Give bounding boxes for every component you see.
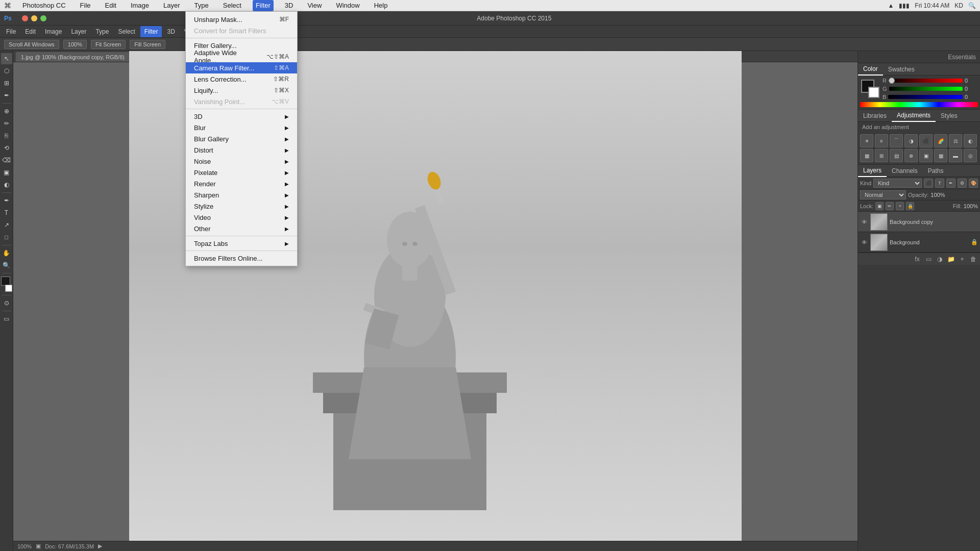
adjust-exposure[interactable]: ◑ bbox=[904, 134, 918, 147]
tab-styles[interactable]: Styles bbox=[936, 110, 963, 122]
tab-channels[interactable]: Channels bbox=[887, 165, 923, 177]
zoom-100-btn[interactable]: 100% bbox=[63, 40, 87, 49]
mac-menu-type[interactable]: Type bbox=[191, 0, 212, 11]
menu-topaz-labs[interactable]: Topaz Labs ▶ bbox=[186, 238, 297, 249]
tab-layers[interactable]: Layers bbox=[858, 165, 887, 177]
ps-menu-file[interactable]: File bbox=[2, 26, 20, 37]
tool-healing[interactable]: ⊕ bbox=[1, 106, 12, 117]
layer-visibility-bg-copy[interactable]: 👁 bbox=[860, 218, 868, 226]
canvas-more-arrow[interactable]: ▶ bbox=[98, 543, 102, 549]
new-fill-layer-button[interactable]: ◑ bbox=[935, 255, 944, 264]
adjust-color-balance[interactable]: ⚖ bbox=[949, 134, 962, 147]
tool-history[interactable]: ⟲ bbox=[1, 142, 12, 154]
menu-lens-correction[interactable]: Lens Correction... ⇧⌘R bbox=[186, 73, 297, 85]
new-group-button[interactable]: 📁 bbox=[946, 255, 955, 264]
tool-hand[interactable]: ✋ bbox=[1, 247, 12, 259]
fx-button[interactable]: fx bbox=[913, 255, 922, 264]
tool-move[interactable]: ↖ bbox=[1, 53, 12, 64]
menu-sharpen[interactable]: Sharpen ▶ bbox=[186, 189, 297, 201]
mac-menu-select[interactable]: Select bbox=[220, 0, 244, 11]
ps-menu-edit[interactable]: Edit bbox=[21, 26, 40, 37]
lock-image[interactable]: ✏ bbox=[886, 202, 894, 210]
menu-3d[interactable]: 3D ▶ bbox=[186, 111, 297, 122]
menu-blur-gallery[interactable]: Blur Gallery ▶ bbox=[186, 133, 297, 144]
background-color[interactable] bbox=[5, 285, 12, 292]
layers-icon-5[interactable]: 🎨 bbox=[969, 179, 978, 188]
adjust-channel-mixer[interactable]: ⊞ bbox=[875, 149, 888, 162]
menu-adaptive-wide-angle[interactable]: Adaptive Wide Angle... ⌥⇧⌘A bbox=[186, 51, 297, 62]
tool-quick-mask[interactable]: ⊙ bbox=[1, 297, 12, 309]
mac-menu-image[interactable]: Image bbox=[128, 0, 152, 11]
layers-icon-3[interactable]: ✒ bbox=[946, 179, 955, 188]
menu-distort[interactable]: Distort ▶ bbox=[186, 144, 297, 156]
tool-path-select[interactable]: ↗ bbox=[1, 219, 12, 231]
menu-render[interactable]: Render ▶ bbox=[186, 178, 297, 189]
adjust-hsl[interactable]: 🌈 bbox=[934, 134, 947, 147]
tab-paths[interactable]: Paths bbox=[923, 165, 949, 177]
tool-screen-mode[interactable]: ▭ bbox=[1, 313, 12, 324]
color-swatches-widget[interactable] bbox=[1, 277, 12, 292]
new-layer-button[interactable]: + bbox=[958, 255, 967, 264]
mac-menu-view[interactable]: View bbox=[304, 0, 325, 11]
adjust-threshold[interactable]: ▦ bbox=[934, 149, 947, 162]
window-maximize-btn[interactable] bbox=[40, 15, 46, 21]
lock-transparent[interactable]: ▣ bbox=[875, 202, 884, 210]
scroll-all-windows-btn[interactable]: Scroll All Windows bbox=[4, 40, 59, 49]
adjust-vibrance[interactable]: ⬛ bbox=[919, 134, 933, 147]
tab-libraries[interactable]: Libraries bbox=[858, 110, 892, 122]
tool-clone[interactable]: ⎘ bbox=[1, 130, 12, 141]
menu-browse-filters-online[interactable]: Browse Filters Online... bbox=[186, 253, 297, 264]
ps-menu-image[interactable]: Image bbox=[41, 26, 66, 37]
ps-menu-select[interactable]: Select bbox=[114, 26, 139, 37]
add-mask-button[interactable]: ▭ bbox=[924, 255, 933, 264]
tool-dodge[interactable]: ◐ bbox=[1, 179, 12, 190]
tool-shape[interactable]: □ bbox=[1, 232, 12, 243]
tab-adjustments[interactable]: Adjustments bbox=[892, 110, 936, 122]
adjust-photo-filter[interactable]: ▦ bbox=[860, 149, 873, 162]
mac-menu-3d[interactable]: 3D bbox=[282, 0, 297, 11]
tab-swatches[interactable]: Swatches bbox=[883, 63, 920, 76]
menu-pixelate[interactable]: Pixelate ▶ bbox=[186, 167, 297, 178]
adjust-posterize[interactable]: ▣ bbox=[919, 149, 933, 162]
blend-mode-select[interactable]: Normal bbox=[860, 190, 906, 199]
adjust-color-lookup[interactable]: ▤ bbox=[890, 149, 903, 162]
mac-menu-filter[interactable]: Filter bbox=[253, 0, 274, 11]
layers-icon-2[interactable]: T bbox=[935, 179, 944, 188]
g-slider[interactable] bbox=[889, 87, 963, 91]
adjust-curves[interactable]: ⌒ bbox=[890, 134, 903, 147]
menu-other[interactable]: Other ▶ bbox=[186, 223, 297, 234]
ps-menu-layer[interactable]: Layer bbox=[67, 26, 90, 37]
layer-visibility-bg[interactable]: 👁 bbox=[860, 238, 868, 246]
mac-menu-file[interactable]: File bbox=[77, 0, 94, 11]
menu-video[interactable]: Video ▶ bbox=[186, 212, 297, 223]
delete-layer-button[interactable]: 🗑 bbox=[969, 255, 978, 264]
menu-blur[interactable]: Blur ▶ bbox=[186, 122, 297, 133]
tool-text[interactable]: T bbox=[1, 207, 12, 218]
mac-menu-window[interactable]: Window bbox=[333, 0, 362, 11]
tool-eraser[interactable]: ⌫ bbox=[1, 155, 12, 166]
tool-gradient[interactable]: ▣ bbox=[1, 167, 12, 178]
menu-liquify[interactable]: Liquify... ⇧⌘X bbox=[186, 85, 297, 96]
layers-icon-4[interactable]: ⚙ bbox=[958, 179, 967, 188]
ps-menu-3d[interactable]: 3D bbox=[163, 26, 179, 37]
window-close-btn[interactable] bbox=[22, 15, 28, 21]
lock-position[interactable]: + bbox=[896, 202, 904, 210]
b-slider[interactable] bbox=[888, 95, 963, 99]
layer-row-bg[interactable]: 👁 Background 🔒 bbox=[858, 232, 980, 253]
tool-crop[interactable]: ⊞ bbox=[1, 78, 12, 89]
mac-menu-edit[interactable]: Edit bbox=[102, 0, 119, 11]
menu-noise[interactable]: Noise ▶ bbox=[186, 156, 297, 167]
adjust-gradient-map[interactable]: ▬ bbox=[949, 149, 962, 162]
adjust-invert[interactable]: ⊗ bbox=[904, 149, 918, 162]
menu-camera-raw-filter[interactable]: Camera Raw Filter... ⇧⌘A bbox=[186, 62, 297, 73]
ps-menu-filter[interactable]: Filter bbox=[140, 26, 162, 37]
adjust-bw[interactable]: ◐ bbox=[964, 134, 977, 147]
fill-screen-btn[interactable]: Fill Screen bbox=[130, 40, 165, 49]
menu-unsharp-mask[interactable]: Unsharp Mask... ⌘F bbox=[186, 14, 297, 25]
layer-row-bg-copy[interactable]: 👁 Background copy bbox=[858, 212, 980, 232]
mac-menu-help[interactable]: Help bbox=[371, 0, 391, 11]
adjust-levels[interactable]: ≡ bbox=[875, 134, 888, 147]
fg-bg-colors[interactable] bbox=[861, 80, 879, 98]
fit-screen-btn[interactable]: Fit Screen bbox=[91, 40, 126, 49]
tab-color[interactable]: Color bbox=[858, 63, 883, 76]
